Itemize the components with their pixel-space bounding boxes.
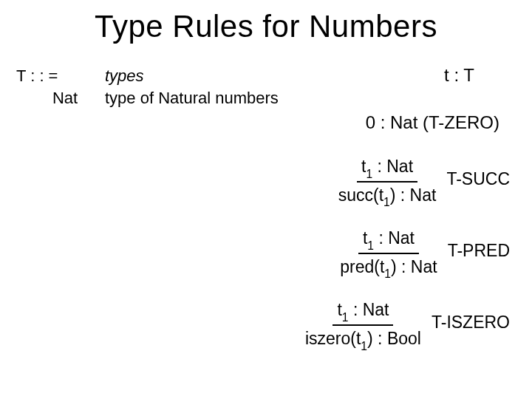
rule-name: T-ISZERO (432, 313, 510, 338)
grammar-lhs: T : : = (16, 65, 105, 87)
rule-name: T-SUCC (446, 169, 510, 195)
axiom-t-zero: 0 : Nat (T-ZERO) (366, 112, 499, 133)
conclusion-sub: 1 (361, 340, 367, 352)
conclusion-text: succ(t (338, 185, 383, 205)
conclusion-text: pred(t (340, 257, 384, 276)
inference-rules: t1 : Nat succ(t1) : Nat T-SUCC t1 : Nat … (259, 157, 510, 372)
rule-t-pred: t1 : Nat pred(t1) : Nat T-PRED (259, 228, 510, 279)
rule-conclusion: succ(t1) : Nat (338, 183, 437, 208)
type-grammar: T : : = types Nat type of Natural number… (16, 65, 297, 109)
grammar-desc: types (105, 65, 144, 87)
rule-conclusion: iszero(t1) : Bool (305, 326, 421, 352)
rule-t-succ: t1 : Nat succ(t1) : Nat T-SUCC (259, 157, 510, 208)
rule-body: t1 : Nat succ(t1) : Nat (338, 157, 437, 208)
rule-premise: t1 : Nat (357, 157, 417, 183)
rule-premise: t1 : Nat (358, 228, 419, 254)
grammar-desc-nat: type of Natural numbers (105, 87, 279, 109)
conclusion-text-post: ) : Nat (390, 185, 437, 205)
premise-text: t (337, 300, 341, 319)
premise-sub: 1 (367, 239, 374, 252)
typing-judgement: t : T (444, 65, 474, 86)
slide: Type Rules for Numbers T : : = types Nat… (0, 0, 532, 399)
conclusion-sub: 1 (383, 196, 390, 208)
grammar-row-nat: Nat type of Natural numbers (16, 87, 297, 109)
premise-text-post: : Nat (372, 157, 413, 176)
rule-body: t1 : Nat iszero(t1) : Bool (305, 300, 421, 351)
premise-sub: 1 (366, 168, 372, 180)
grammar-lhs-nat: Nat (16, 87, 105, 109)
rule-premise: t1 : Nat (332, 300, 393, 326)
rule-body: t1 : Nat pred(t1) : Nat (340, 228, 437, 279)
grammar-row-header: T : : = types (16, 65, 297, 87)
conclusion-text-post: ) : Bool (367, 329, 421, 348)
premise-text-post: : Nat (349, 300, 389, 319)
premise-text-post: : Nat (374, 228, 415, 248)
conclusion-sub: 1 (384, 267, 391, 280)
conclusion-text: iszero(t (305, 329, 361, 348)
rule-conclusion: pred(t1) : Nat (340, 254, 437, 280)
slide-title: Type Rules for Numbers (0, 9, 532, 44)
rule-t-iszero: t1 : Nat iszero(t1) : Bool T-ISZERO (259, 300, 510, 351)
rule-name: T-PRED (448, 241, 510, 267)
conclusion-text-post: ) : Nat (391, 257, 437, 276)
premise-sub: 1 (342, 311, 349, 324)
